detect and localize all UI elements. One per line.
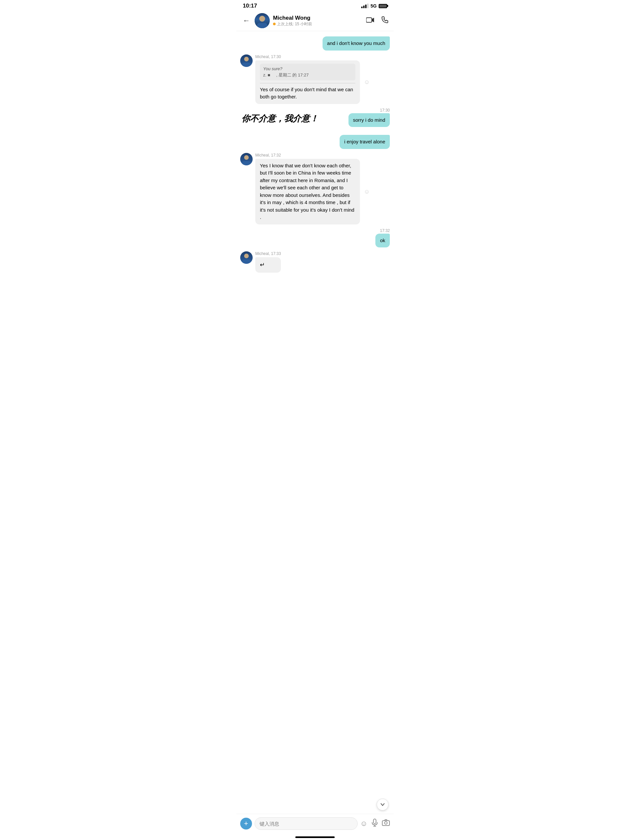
message-row: Micheal, 17:33 ↵ bbox=[240, 251, 390, 273]
header-actions bbox=[366, 16, 388, 25]
input-icons: ☺ bbox=[360, 819, 390, 829]
message-bubble-incoming: ☺ Yes I know that we don't know each oth… bbox=[255, 159, 360, 224]
message-input[interactable] bbox=[255, 817, 358, 830]
contact-name: Micheal Wong bbox=[273, 15, 363, 21]
quote-text: z. ■ , 星期二 的 17:27 bbox=[263, 73, 309, 77]
message-content: ok bbox=[375, 234, 390, 248]
sender-avatar bbox=[240, 54, 253, 67]
sender-name: Micheal bbox=[255, 54, 269, 59]
status-time: 10:17 bbox=[243, 3, 257, 9]
phone-icon[interactable] bbox=[381, 16, 388, 25]
contact-info: Micheal Wong 上次上线: 15 小时前 bbox=[273, 15, 363, 27]
message-row: Micheal, 17:32 ☺ Yes I know that we don'… bbox=[240, 153, 390, 224]
message-bubble-outgoing: i enjoy travel alone bbox=[339, 135, 390, 149]
microphone-icon[interactable] bbox=[371, 819, 378, 829]
sender-avatar bbox=[240, 153, 253, 165]
camera-icon[interactable] bbox=[382, 819, 390, 828]
sender-avatar bbox=[240, 251, 253, 264]
back-button[interactable]: ← bbox=[242, 15, 251, 26]
reaction-button[interactable]: ☺ bbox=[364, 187, 370, 196]
home-indicator bbox=[236, 833, 394, 840]
message-bubble-incoming: ☺ You sure? z. ■ , 星期二 的 17:27 Yes of co… bbox=[255, 60, 360, 104]
status-bar: 10:17 5G bbox=[236, 0, 394, 11]
contact-avatar bbox=[255, 13, 270, 28]
message-time: 17:30 bbox=[271, 54, 281, 59]
sender-name: Micheal bbox=[255, 251, 269, 256]
message-time: 17:33 bbox=[271, 251, 281, 256]
message-timestamp: 17:32 bbox=[240, 228, 390, 233]
message-bubble-outgoing: and i don't know you much bbox=[322, 36, 390, 51]
outgoing-group: 17:30 sorry i do mind bbox=[240, 108, 390, 127]
message-row: ok bbox=[240, 234, 390, 248]
message-content: Micheal, 17:32 ☺ Yes I know that we don'… bbox=[255, 153, 360, 224]
message-content: and i don't know you much bbox=[322, 36, 390, 51]
status-text: 上次上线: 15 小时前 bbox=[277, 21, 312, 27]
message-row: i enjoy travel alone bbox=[240, 135, 390, 149]
sender-name: Micheal bbox=[255, 153, 269, 158]
message-text: ok bbox=[380, 238, 385, 243]
network-type: 5G bbox=[371, 3, 377, 8]
reaction-button[interactable]: ☺ bbox=[364, 78, 370, 87]
sender-time: Micheal, 17:32 bbox=[255, 153, 360, 158]
input-area: + ☺ bbox=[236, 814, 394, 833]
message-content: Micheal, 17:33 ↵ bbox=[255, 251, 281, 273]
message-text: Yes I know that we don't know each other… bbox=[260, 163, 354, 220]
message-time: 17:32 bbox=[271, 153, 281, 158]
outgoing-group: 17:32 ok bbox=[240, 228, 390, 248]
quote-block: You sure? z. ■ , 星期二 的 17:27 bbox=[260, 64, 355, 81]
reply-arrow: ↵ bbox=[260, 262, 265, 268]
video-call-icon[interactable] bbox=[366, 16, 375, 25]
message-timestamp: 17:30 bbox=[240, 108, 390, 112]
message-bubble-outgoing: ok bbox=[375, 234, 390, 248]
message-content: i enjoy travel alone bbox=[339, 135, 390, 149]
quote-italic: You sure? bbox=[263, 66, 283, 71]
message-content: Micheal, 17:30 ☺ You sure? z. ■ , 星期二 的 … bbox=[255, 54, 360, 104]
online-dot bbox=[273, 23, 276, 25]
contact-status: 上次上线: 15 小时前 bbox=[273, 21, 363, 27]
status-icons: 5G bbox=[361, 3, 387, 8]
message-row: Micheal, 17:30 ☺ You sure? z. ■ , 星期二 的 … bbox=[240, 54, 390, 104]
message-text: Yes of course if you don't mind that we … bbox=[260, 87, 353, 100]
message-row: sorry i do mind bbox=[240, 113, 390, 127]
message-text: and i don't know you much bbox=[327, 40, 385, 46]
chat-header: ← Micheal Wong 上次上线: 15 小时前 bbox=[236, 11, 394, 31]
svg-rect-1 bbox=[373, 819, 376, 824]
message-bubble-outgoing: sorry i do mind bbox=[349, 113, 390, 127]
emoji-icon[interactable]: ☺ bbox=[360, 819, 368, 828]
chat-area: and i don't know you much Micheal, 17:30… bbox=[236, 31, 394, 814]
svg-point-5 bbox=[385, 822, 387, 824]
message-text: i enjoy travel alone bbox=[344, 139, 385, 144]
message-text: sorry i do mind bbox=[353, 117, 385, 123]
signal-icon bbox=[361, 4, 368, 8]
scroll-bottom-button[interactable] bbox=[377, 799, 388, 810]
battery-icon bbox=[379, 4, 387, 8]
svg-rect-0 bbox=[366, 18, 372, 22]
home-bar bbox=[295, 836, 335, 838]
sender-time: Micheal, 17:30 bbox=[255, 54, 360, 59]
message-bubble-incoming: ↵ bbox=[255, 257, 281, 273]
sender-time: Micheal, 17:33 bbox=[255, 251, 281, 256]
message-content: sorry i do mind bbox=[349, 113, 390, 127]
plus-button[interactable]: + bbox=[240, 818, 252, 829]
message-row: and i don't know you much bbox=[240, 36, 390, 51]
